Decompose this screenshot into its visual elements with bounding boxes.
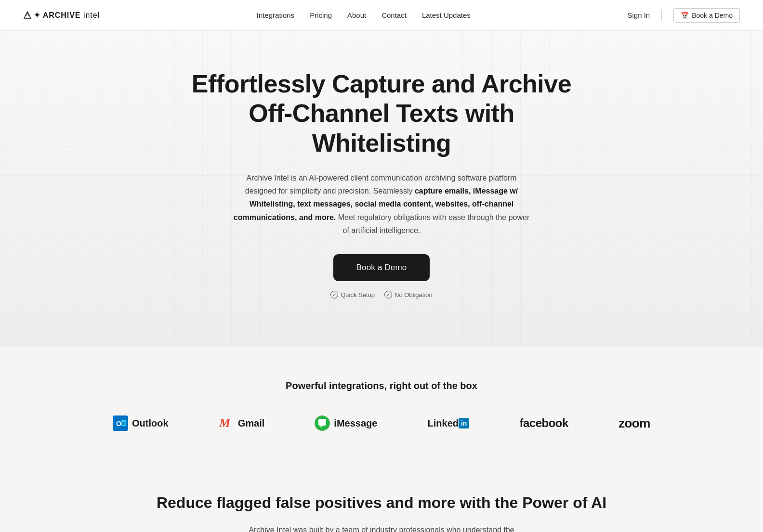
cta-badges: ✓ Quick Setup ✓ No Obligation bbox=[189, 291, 574, 298]
ai-section-title: Reduce flagged false positives and more … bbox=[23, 494, 740, 512]
no-obligation-check-icon: ✓ bbox=[384, 291, 392, 298]
hero-description-end: Meet regulatory obligations with ease th… bbox=[336, 213, 529, 234]
nav-links: Integrations Pricing About Contact Lates… bbox=[257, 11, 471, 19]
facebook-label: facebook bbox=[520, 416, 568, 430]
imessage-label: iMessage bbox=[334, 418, 377, 429]
integration-imessage[interactable]: iMessage bbox=[315, 415, 377, 431]
nav-divider bbox=[661, 10, 662, 21]
zoom-label: zoom bbox=[618, 416, 650, 431]
nav-link-integrations[interactable]: Integrations bbox=[257, 11, 294, 19]
integrations-section: Powerful integrations, right out of the … bbox=[0, 347, 763, 460]
hero-cta-button[interactable]: Book a Demo bbox=[333, 254, 430, 281]
cta-wrapper: Book a Demo bbox=[189, 254, 574, 291]
linkedin-text-label: Linked bbox=[428, 418, 459, 429]
svg-text:O: O bbox=[116, 420, 121, 428]
integration-outlook[interactable]: O ✉ Outlook bbox=[113, 415, 169, 431]
linkedin-in-icon: in bbox=[459, 418, 469, 428]
logo-text: ✦ ARCHIVE intel bbox=[23, 11, 100, 20]
nav-right: Sign In 📅 Book a Demo bbox=[627, 8, 740, 23]
quick-setup-label: Quick Setup bbox=[341, 291, 375, 298]
outlook-icon: O ✉ bbox=[113, 415, 128, 431]
integration-facebook[interactable]: facebook bbox=[520, 416, 568, 430]
calendar-icon: 📅 bbox=[681, 12, 689, 19]
nav-book-demo-label: Book a Demo bbox=[692, 12, 733, 19]
hero-description: Archive Intel is an AI-powered client co… bbox=[232, 171, 531, 237]
hero-content: Effortlessly Capture and Archive Off-Cha… bbox=[189, 69, 574, 298]
no-obligation-badge: ✓ No Obligation bbox=[384, 291, 433, 298]
logo-icon bbox=[23, 11, 32, 20]
sign-in-link[interactable]: Sign In bbox=[627, 11, 650, 19]
quick-setup-badge: ✓ Quick Setup bbox=[330, 291, 375, 298]
nav-link-pricing[interactable]: Pricing bbox=[310, 11, 332, 19]
integrations-logos: O ✉ Outlook M Gmail bbox=[92, 415, 671, 431]
integration-zoom[interactable]: zoom bbox=[618, 416, 650, 431]
quick-setup-check-icon: ✓ bbox=[330, 291, 338, 298]
gmail-icon: M bbox=[219, 415, 234, 431]
logo[interactable]: ✦ ARCHIVE intel bbox=[23, 11, 100, 20]
outlook-label: Outlook bbox=[132, 418, 169, 429]
ai-section: Reduce flagged false positives and more … bbox=[0, 460, 763, 532]
ai-section-description: Archive Intel was built by a team of ind… bbox=[237, 523, 526, 532]
nav-link-contact[interactable]: Contact bbox=[382, 11, 407, 19]
no-obligation-label: No Obligation bbox=[395, 291, 433, 298]
imessage-icon bbox=[315, 415, 330, 431]
integration-linkedin[interactable]: Linked in bbox=[428, 418, 470, 429]
navbar: ✦ ARCHIVE intel Integrations Pricing Abo… bbox=[0, 0, 763, 31]
svg-text:M: M bbox=[219, 416, 231, 430]
nav-link-latest-updates[interactable]: Latest Updates bbox=[422, 11, 471, 19]
svg-text:✉: ✉ bbox=[122, 421, 126, 426]
integration-gmail[interactable]: M Gmail bbox=[219, 415, 265, 431]
hero-title: Effortlessly Capture and Archive Off-Cha… bbox=[189, 69, 574, 158]
nav-link-about[interactable]: About bbox=[347, 11, 366, 19]
integrations-title: Powerful integrations, right out of the … bbox=[23, 380, 740, 391]
logo-label: ✦ ARCHIVE intel bbox=[34, 11, 100, 20]
gmail-label: Gmail bbox=[238, 418, 265, 429]
nav-book-demo-button[interactable]: 📅 Book a Demo bbox=[673, 8, 740, 23]
hero-section: Effortlessly Capture and Archive Off-Cha… bbox=[0, 31, 763, 347]
